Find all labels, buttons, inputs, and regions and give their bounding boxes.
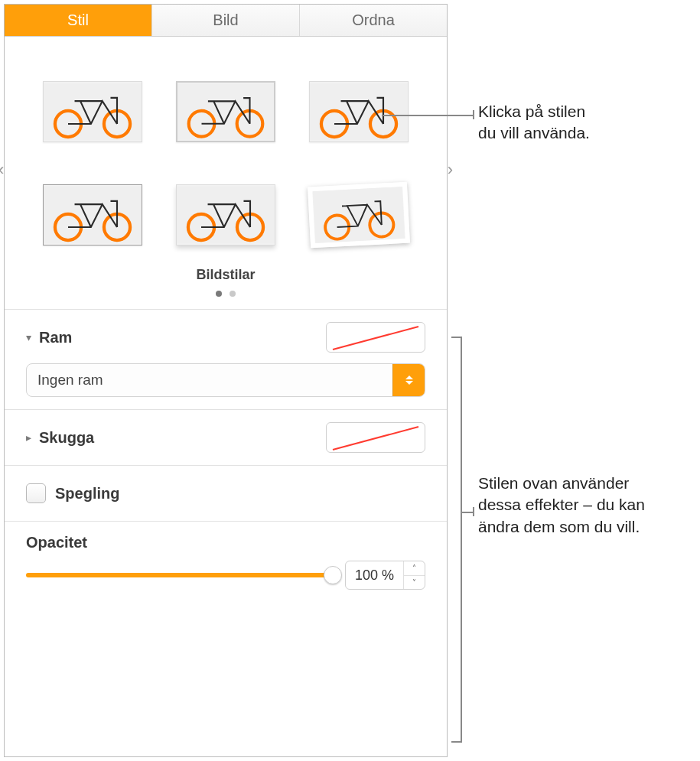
style-thumbnail-6[interactable] [308,182,410,249]
opacity-stepper: ˄ ˅ [403,561,425,589]
style-thumbnail-4[interactable] [43,184,142,246]
styles-page-dot-1[interactable] [216,291,222,297]
border-preview-swatch[interactable] [326,322,425,353]
callout-text-2: Stilen ovan använder dessa effekter – du… [478,473,645,538]
border-section: ▾ Ram Ingen ram [5,309,447,409]
tab-stil-label: Stil [67,11,89,29]
callout-2-line-1: Stilen ovan använder [478,473,645,494]
opacity-section: Opacitet 100 % ˄ ˅ [5,521,447,602]
reflection-label: Spegling [55,485,119,502]
styles-page-dot-2[interactable] [230,291,236,297]
styles-next-button[interactable]: › [448,160,453,180]
chevron-left-icon: ‹ [0,160,4,179]
image-styles-label: Bildstilar [26,267,425,283]
reflection-checkbox[interactable] [26,483,46,503]
chevron-right-icon: › [448,160,453,179]
callout-bracket-line [451,741,462,743]
callout-2-line-2: dessa effekter – du kan [478,494,645,515]
callout-leader-line [461,512,473,513]
border-style-select[interactable]: Ingen ram [26,363,425,397]
style-thumbnail-1[interactable] [43,81,142,142]
tab-bild[interactable]: Bild [152,5,300,36]
style-thumbnail-3[interactable] [309,81,409,142]
shadow-section: ▸ Skugga [5,409,447,465]
callout-leader-line [473,507,474,516]
callout-leader-line [382,115,474,116]
callout-bracket-line [461,337,462,742]
chevron-right-icon: ▸ [26,431,31,444]
format-inspector-panel: Stil Bild Ordna ‹ › [4,4,448,757]
inspector-tabs: Stil Bild Ordna [5,5,447,37]
callout-leader-line [473,110,474,119]
border-disclosure[interactable]: ▾ Ram [26,329,72,346]
opacity-label: Opacitet [26,534,425,551]
callout-text-1: Klicka på stilen du vill använda. [478,101,590,145]
callout-bracket-line [451,337,462,338]
image-styles-grid [26,50,425,253]
opacity-step-down[interactable]: ˅ [404,576,425,590]
styles-prev-button[interactable]: ‹ [0,160,4,180]
callout-1-line-1: Klicka på stilen [478,101,590,122]
shadow-disclosure[interactable]: ▸ Skugga [26,429,94,447]
chevron-down-icon: ˅ [412,578,416,587]
opacity-value-text: 100 % [346,561,403,589]
border-label: Ram [39,329,72,346]
opacity-slider[interactable] [26,567,333,583]
shadow-label: Skugga [39,429,94,447]
style-thumbnail-2[interactable] [176,81,275,142]
opacity-step-up[interactable]: ˄ [404,561,425,576]
tab-ordna[interactable]: Ordna [300,5,447,36]
chevron-down-icon: ▾ [26,331,31,343]
style-thumbnail-5[interactable] [176,184,275,246]
reflection-section: Spegling [5,465,447,521]
styles-page-dots [26,291,425,297]
callout-1-line-2: du vill använda. [478,122,590,144]
shadow-preview-swatch[interactable] [326,422,425,453]
opacity-value-field[interactable]: 100 % ˄ ˅ [345,561,425,590]
bicycle-icon [177,83,274,141]
border-style-value: Ingen ram [27,372,392,389]
chevron-up-icon: ˄ [412,564,416,572]
image-styles-area: ‹ › [5,37,447,309]
select-stepper-icon [392,364,425,396]
bicycle-icon [312,187,405,243]
callout-2-line-3: ändra dem som du vill. [478,516,645,538]
tab-stil[interactable]: Stil [5,5,152,36]
tab-bild-label: Bild [213,11,238,29]
bicycle-icon [44,82,142,141]
bicycle-icon [177,185,275,245]
tab-ordna-label: Ordna [352,11,395,29]
bicycle-icon [44,185,142,245]
bicycle-icon [310,82,408,141]
slider-thumb-icon[interactable] [324,566,342,584]
